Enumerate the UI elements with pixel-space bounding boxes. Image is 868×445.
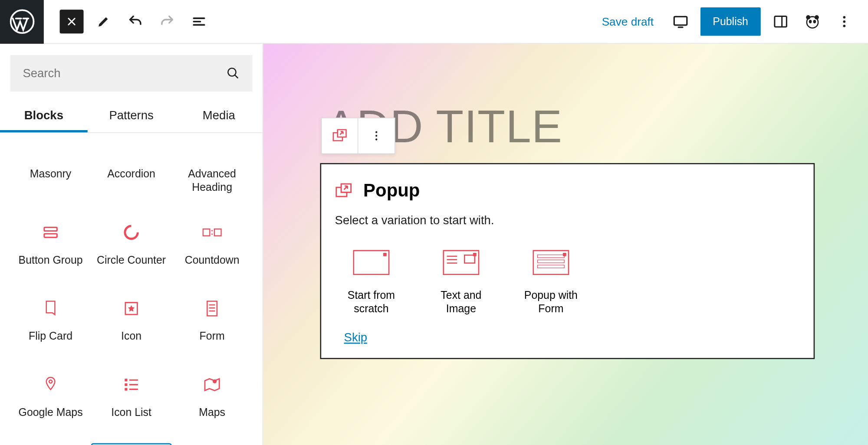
block-lottie-animation[interactable]: Lottie Animation <box>10 443 91 445</box>
block-label: Accordion <box>107 167 155 180</box>
search-input[interactable] <box>23 66 226 80</box>
block-button-group[interactable]: Button Group <box>10 215 91 277</box>
block-inserter-panel: Blocks Patterns Media Masonry Accordion … <box>0 44 263 445</box>
block-masonry[interactable]: Masonry <box>10 133 91 201</box>
block-icon[interactable]: Icon <box>91 291 172 353</box>
tab-blocks[interactable]: Blocks <box>0 101 88 132</box>
block-label: Form <box>200 329 225 343</box>
block-toolbar <box>321 118 395 154</box>
wordpress-logo[interactable] <box>0 0 44 43</box>
redo-button[interactable] <box>155 10 179 33</box>
variation-thumb-icon <box>353 250 390 275</box>
svg-rect-13 <box>44 233 57 237</box>
inserter-tabs: Blocks Patterns Media <box>0 101 263 133</box>
svg-rect-1 <box>674 16 687 25</box>
block-label: Maps <box>199 406 225 419</box>
block-accordion[interactable]: Accordion <box>91 133 172 201</box>
svg-point-17 <box>211 230 213 231</box>
variation-label: Text and Image <box>434 288 489 315</box>
search-field[interactable] <box>10 55 253 92</box>
svg-rect-24 <box>125 388 127 390</box>
svg-rect-23 <box>125 383 127 386</box>
svg-point-25 <box>213 379 217 383</box>
tab-media[interactable]: Media <box>175 101 263 132</box>
block-label: Circle Counter <box>97 253 166 267</box>
popup-block-description: Select a variation to start with. <box>335 214 800 227</box>
block-label: Countdown <box>185 253 240 267</box>
popup-block-placeholder: Popup Select a variation to start with. … <box>320 163 815 359</box>
document-outline-button[interactable] <box>187 10 211 33</box>
block-popup[interactable]: Popup <box>91 443 172 445</box>
edit-icon[interactable] <box>92 10 115 33</box>
publish-button[interactable]: Publish <box>700 7 760 36</box>
block-label: Icon List <box>111 406 151 419</box>
block-countdown[interactable]: Countdown <box>172 215 253 277</box>
svg-point-6 <box>809 20 812 23</box>
variation-thumb-icon <box>533 250 569 275</box>
block-more-options[interactable] <box>358 118 395 153</box>
search-icon <box>226 66 240 80</box>
svg-point-42 <box>375 138 377 140</box>
undo-button[interactable] <box>123 10 147 33</box>
more-options-button[interactable] <box>832 10 856 33</box>
svg-rect-15 <box>203 229 210 236</box>
panda-icon[interactable] <box>800 10 824 33</box>
svg-point-14 <box>125 226 138 238</box>
block-label: Google Maps <box>19 406 83 419</box>
block-type-icon[interactable] <box>322 118 358 153</box>
block-google-maps[interactable]: Google Maps <box>10 367 91 429</box>
svg-point-18 <box>211 233 213 234</box>
editor-canvas[interactable]: ADD TITLE Popup Select a variation to st… <box>263 44 868 445</box>
svg-rect-12 <box>44 227 57 231</box>
sidebar-toggle-button[interactable] <box>769 10 792 33</box>
svg-rect-2 <box>775 16 787 27</box>
block-icon-list[interactable]: Icon List <box>91 367 172 429</box>
variation-start-from-scratch[interactable]: Start from scratch <box>344 250 399 315</box>
save-draft-button[interactable]: Save draft <box>595 10 661 33</box>
block-advanced-heading[interactable]: Advanced Heading <box>172 133 253 201</box>
svg-point-8 <box>843 16 846 19</box>
svg-point-40 <box>375 131 377 133</box>
svg-point-7 <box>813 20 816 23</box>
skip-link[interactable]: Skip <box>344 330 800 344</box>
svg-point-4 <box>806 15 810 20</box>
block-label: Button Group <box>19 253 83 267</box>
svg-point-10 <box>843 25 846 27</box>
variation-label: Start from scratch <box>344 288 399 315</box>
block-label: Masonry <box>30 167 71 180</box>
variation-text-and-image[interactable]: Text and Image <box>434 250 489 315</box>
svg-point-21 <box>49 380 52 383</box>
tab-patterns[interactable]: Patterns <box>88 101 175 132</box>
top-toolbar: Save draft Publish <box>0 0 868 44</box>
block-posts[interactable]: Posts <box>172 443 253 445</box>
popup-block-title: Popup <box>363 180 420 201</box>
svg-rect-16 <box>214 229 221 236</box>
svg-rect-22 <box>125 378 127 381</box>
block-label: Advanced Heading <box>174 167 250 194</box>
svg-point-41 <box>375 135 377 137</box>
block-circle-counter[interactable]: Circle Counter <box>91 215 172 277</box>
preview-button[interactable] <box>668 10 692 33</box>
variation-thumb-icon <box>443 250 479 275</box>
svg-point-9 <box>843 20 846 23</box>
block-maps[interactable]: Maps <box>172 367 253 429</box>
svg-rect-20 <box>207 301 217 316</box>
variation-label: Popup with Form <box>524 288 579 315</box>
block-label: Flip Card <box>29 329 72 343</box>
popup-icon <box>335 182 353 199</box>
close-inserter-button[interactable] <box>60 10 84 33</box>
block-form[interactable]: Form <box>172 291 253 353</box>
block-flip-card[interactable]: Flip Card <box>10 291 91 353</box>
variation-popup-with-form[interactable]: Popup with Form <box>524 250 579 315</box>
svg-point-5 <box>815 15 819 20</box>
block-label: Icon <box>121 329 141 343</box>
